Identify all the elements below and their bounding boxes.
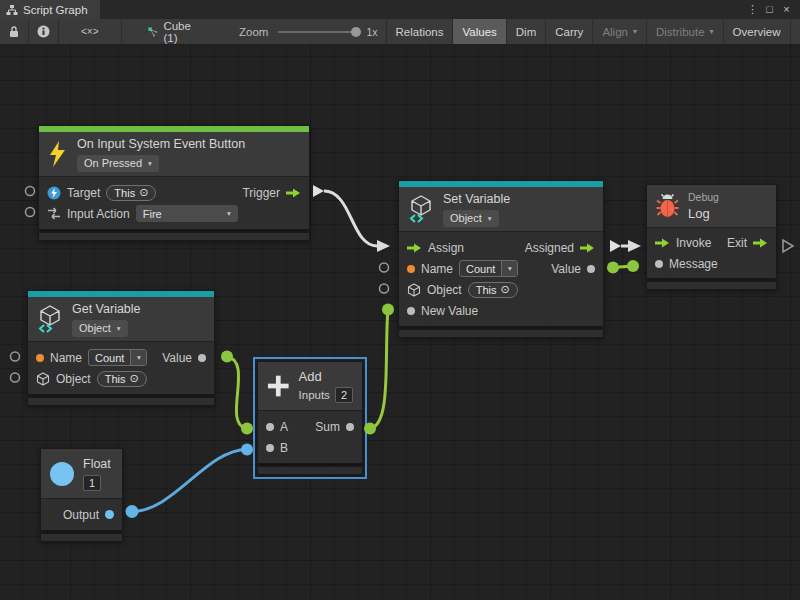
node-add[interactable]: Add Inputs 2 A Sum B — [257, 361, 363, 475]
row-assign: Assign Assigned — [399, 237, 603, 258]
sum-port[interactable] — [346, 423, 354, 431]
message-port[interactable] — [655, 260, 663, 268]
node-title: Get Variable — [72, 301, 141, 317]
exit-port[interactable] — [753, 237, 768, 249]
node-footer — [398, 329, 604, 338]
port-debug-exit-ext[interactable] — [783, 240, 793, 252]
port-a-in[interactable] — [241, 423, 253, 435]
graph-toolbar: <×> Cube (1) Zoom 1x Relations Values Di… — [0, 19, 800, 45]
object-this-chip[interactable]: This ⊙ — [468, 282, 518, 298]
value-port[interactable] — [198, 354, 206, 362]
code-view-button[interactable]: <×> — [59, 19, 122, 44]
chevron-down-icon: ▾ — [148, 156, 152, 171]
wire-sum-newvalue — [370, 310, 388, 429]
port-setvar-name-ext[interactable] — [380, 263, 389, 272]
node-debug-log[interactable]: Debug Log Invoke Exit — [646, 184, 777, 290]
close-icon[interactable]: × — [778, 0, 795, 19]
fullscreen-button[interactable]: Full Screen — [790, 19, 800, 44]
values-button[interactable]: Values — [452, 19, 505, 44]
distribute-button[interactable]: Distribute ▾ — [646, 19, 723, 44]
graph-pointer[interactable]: Cube (1) — [140, 19, 204, 44]
menu-icon[interactable]: ⋮ — [744, 0, 761, 19]
carry-button[interactable]: Carry — [545, 19, 592, 44]
row-target: Target This ⊙ Trigger — [39, 182, 309, 203]
bug-icon — [656, 194, 679, 218]
trigger-port-label: Trigger — [242, 186, 280, 200]
event-mode-dropdown[interactable]: On Pressed ▾ — [77, 155, 159, 172]
port-setvar-object-ext[interactable] — [380, 284, 389, 293]
port-value-out[interactable] — [607, 262, 619, 274]
target-this-chip[interactable]: This ⊙ — [106, 185, 156, 201]
lock-icon — [8, 25, 20, 38]
port-trigger-out[interactable] — [313, 185, 324, 197]
chevron-down-icon: ▾ — [508, 264, 512, 273]
variable-kind-dropdown[interactable]: Object ▾ — [443, 210, 499, 227]
overview-button[interactable]: Overview — [723, 19, 790, 44]
chevron-down-icon: ▾ — [227, 209, 231, 218]
align-button[interactable]: Align ▾ — [592, 19, 646, 44]
input-b-port[interactable] — [266, 444, 274, 452]
tab-script-graph[interactable]: Script Graph — [0, 0, 100, 19]
zoom-value: 1x — [366, 26, 377, 38]
node-on-input-system-event-button[interactable]: On Input System Event Button On Pressed … — [38, 125, 310, 241]
relations-button[interactable]: Relations — [386, 19, 453, 44]
float-value-field[interactable]: 1 — [83, 475, 101, 491]
row-name: Name Count ▾ Value — [399, 258, 603, 279]
name-port[interactable] — [36, 354, 44, 362]
port-message-in[interactable] — [627, 260, 639, 272]
object-this-chip[interactable]: This ⊙ — [97, 371, 147, 387]
invoke-port[interactable] — [655, 237, 670, 249]
port-getvar-name-ext[interactable] — [11, 352, 20, 361]
lock-button[interactable] — [0, 19, 29, 44]
node-get-variable[interactable]: Get Variable Object ▾ Name Count ▾ — [27, 290, 215, 406]
node-float[interactable]: Float 1 Output — [40, 448, 123, 542]
wire-assigned-invoke-arrow — [628, 240, 641, 252]
assign-port[interactable] — [407, 242, 422, 254]
dim-button[interactable]: Dim — [506, 19, 545, 44]
plus-icon — [267, 374, 290, 398]
chevron-down-icon: ▾ — [137, 353, 141, 362]
new-value-port[interactable] — [407, 307, 415, 315]
port-assigned-out[interactable] — [610, 240, 621, 252]
variable-name-dropdown[interactable]: Count ▾ — [459, 260, 518, 277]
port-event-target-ext[interactable] — [26, 187, 35, 196]
output-port[interactable] — [105, 510, 114, 519]
port-sum-out[interactable] — [364, 423, 376, 435]
node-set-variable[interactable]: Set Variable Object ▾ Assign Assigned — [398, 180, 604, 338]
tab-title: Script Graph — [23, 4, 88, 16]
row-object: Object This ⊙ — [399, 279, 603, 300]
target-icon: ⊙ — [129, 372, 138, 385]
graph-pointer-icon — [148, 25, 158, 39]
node-footer — [257, 466, 363, 475]
node-footer — [27, 397, 215, 406]
name-port[interactable] — [407, 265, 415, 273]
info-button[interactable] — [29, 19, 59, 44]
port-floatoutput-out[interactable] — [126, 505, 139, 518]
port-getvalue-out[interactable] — [221, 351, 233, 363]
node-footer — [646, 281, 777, 290]
zoom-label: Zoom — [239, 26, 268, 38]
port-newvalue-in[interactable] — [382, 304, 394, 316]
target-icon: ⊙ — [500, 283, 509, 296]
graph-canvas[interactable]: On Input System Event Button On Pressed … — [0, 45, 800, 600]
assigned-port[interactable] — [580, 242, 595, 254]
port-event-action-ext[interactable] — [26, 208, 35, 217]
script-graph-icon — [6, 4, 18, 16]
trigger-port[interactable] — [286, 187, 301, 199]
wire-trigger-assign — [324, 191, 377, 246]
zoom-slider-handle[interactable] — [351, 27, 361, 37]
variable-name-dropdown[interactable]: Count ▾ — [88, 349, 147, 366]
port-getvar-object-ext[interactable] — [11, 373, 20, 382]
value-port[interactable] — [587, 265, 595, 273]
zoom-slider[interactable] — [278, 31, 356, 33]
variable-kind-dropdown[interactable]: Object ▾ — [72, 320, 128, 337]
input-a-port[interactable] — [266, 423, 274, 431]
input-action-dropdown[interactable]: Fire ▾ — [136, 205, 238, 222]
toolbar-buttons: Relations Values Dim Carry Align ▾ Distr… — [386, 19, 800, 44]
inputs-count-field[interactable]: 2 — [335, 387, 353, 403]
port-b-in[interactable] — [241, 444, 253, 456]
row-output: Output — [41, 504, 122, 525]
maximize-icon[interactable]: □ — [761, 0, 778, 19]
tab-strip: Script Graph ⋮ □ × — [0, 0, 800, 19]
row-object: Object This ⊙ — [28, 368, 214, 389]
